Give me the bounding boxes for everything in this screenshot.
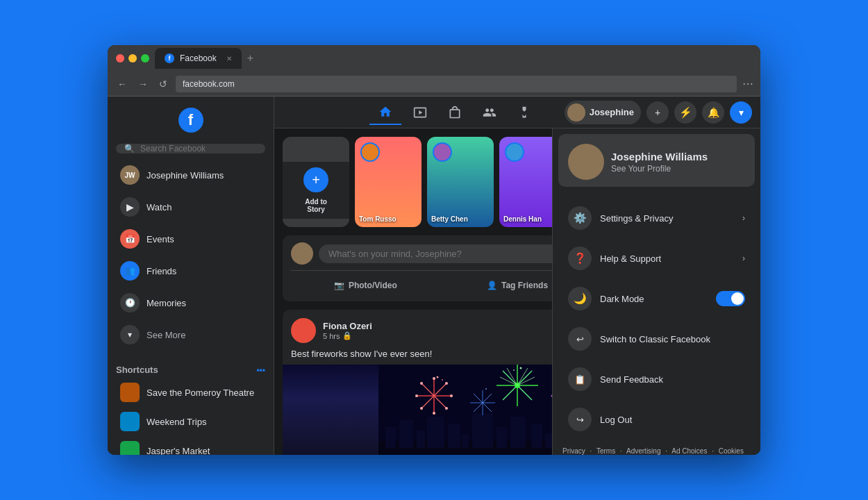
dark-mode-toggle[interactable] (716, 291, 745, 306)
footer-dot-2: · (620, 447, 622, 455)
shortcuts-header: Shortcuts ••• (108, 359, 274, 378)
refresh-button[interactable]: ↺ (156, 78, 170, 90)
search-bar[interactable]: 🔍 (116, 144, 265, 153)
back-button[interactable]: ← (115, 78, 130, 90)
maximize-button[interactable] (141, 54, 149, 62)
svg-rect-3 (385, 427, 396, 448)
svg-point-28 (433, 377, 435, 380)
watch-icon: ▶ (120, 197, 140, 217)
tag-friends-icon: 👤 (487, 281, 497, 290)
dropdown-user-avatar (568, 144, 604, 180)
shortcut-jaspers-market[interactable]: Jasper's Market (112, 437, 269, 455)
footer-dot-1: · (590, 447, 592, 455)
sidebar-events-label: Events (147, 234, 174, 244)
svg-rect-10 (496, 427, 507, 448)
footer-terms[interactable]: Terms (596, 447, 615, 455)
dropdown-log-out[interactable]: ↪ Log Out (558, 401, 755, 438)
story-avatar-tom (360, 142, 380, 162)
forward-button[interactable]: → (135, 78, 151, 90)
nav-dropdown-icon: ▾ (739, 107, 744, 118)
nav-gaming-button[interactable] (508, 100, 540, 125)
nav-messenger-button[interactable]: ⚡ (674, 101, 696, 124)
memories-icon: 🕐 (120, 293, 140, 312)
dark-mode-label: Dark Mode (600, 294, 708, 304)
footer-advertising[interactable]: Advertising (626, 447, 660, 455)
svg-point-30 (450, 394, 453, 397)
post-author-name: Fiona Ozeri (323, 321, 372, 331)
search-input[interactable] (140, 144, 257, 153)
story-card-tom[interactable]: Tom Russo (355, 137, 422, 227)
see-more-label-1: See More (147, 330, 185, 340)
svg-rect-12 (531, 424, 542, 448)
sidebar-item-watch[interactable]: ▶ Watch (112, 192, 269, 222)
dropdown-see-profile: See Your Profile (611, 164, 708, 174)
sidebar-item-friends[interactable]: 👥 Friends (112, 256, 269, 286)
footer-privacy[interactable]: Privacy (562, 447, 585, 455)
sidebar-item-events[interactable]: 📅 Events (112, 224, 269, 254)
photo-video-button[interactable]: 📷 Photo/Video (291, 276, 440, 294)
fb-logo-circle: f (178, 108, 203, 133)
minimize-button[interactable] (128, 54, 137, 62)
dropdown-profile-info: Josephine Williams See Your Profile (611, 151, 708, 174)
nav-messenger-icon: ⚡ (679, 106, 692, 119)
post-author-avatar (291, 318, 316, 343)
story-avatar-dennis (505, 142, 524, 162)
footer-adchoices[interactable]: Ad Choices (671, 447, 707, 455)
sidebar-watch-label: Watch (147, 202, 172, 212)
dropdown-help-support[interactable]: ❓ Help & Support › (558, 240, 755, 277)
nav-groups-button[interactable] (474, 100, 506, 125)
left-sidebar: f 🔍 JW Josephine Williams ▶ Watch 📅 Even… (108, 97, 274, 455)
tab-close-icon[interactable]: ✕ (226, 55, 232, 62)
story-card-betty[interactable]: Betty Chen (427, 137, 494, 227)
tab-favicon: f (165, 53, 174, 63)
post-time: 5 hrs (323, 332, 340, 340)
add-story-btn[interactable]: + (303, 167, 328, 192)
nav-icons (345, 100, 565, 125)
svg-rect-11 (510, 417, 526, 448)
svg-rect-5 (417, 431, 425, 448)
close-button[interactable] (116, 54, 124, 62)
classic-icon: ↩ (568, 327, 592, 351)
url-input[interactable] (176, 76, 737, 92)
dropdown-classic-facebook[interactable]: ↩ Switch to Classic Facebook (558, 320, 755, 358)
browser-more-icon[interactable]: ⋯ (742, 77, 753, 90)
active-tab[interactable]: f Facebook ✕ (155, 48, 242, 69)
shortcut-label-2: Weekend Trips (147, 417, 206, 427)
shortcuts-label: Shortcuts (116, 365, 158, 375)
svg-rect-7 (448, 424, 460, 448)
shortcut-save-pomeroy[interactable]: Save the Pomeroy Theatre (112, 378, 269, 406)
events-icon: 📅 (120, 229, 140, 249)
dropdown-dark-mode[interactable]: 🌙 Dark Mode (558, 280, 755, 317)
new-tab-button[interactable]: + (244, 52, 256, 65)
nav-user-chip[interactable]: Josephine (565, 101, 641, 124)
nav-marketplace-button[interactable] (439, 100, 471, 125)
add-story-card[interactable]: + Add toStory (283, 137, 349, 227)
see-more-button-1[interactable]: ▾ See More (112, 319, 269, 350)
fb-logo: f (108, 102, 274, 138)
footer-cookies[interactable]: Cookies (719, 447, 744, 455)
nav-bell-button[interactable]: 🔔 (702, 101, 724, 124)
nav-home-button[interactable] (369, 100, 401, 125)
svg-point-35 (420, 382, 423, 385)
sidebar-memories-label: Memories (147, 298, 186, 308)
dropdown-profile[interactable]: Josephine Williams See Your Profile (558, 134, 755, 187)
shortcut-label-1: Save the Pomeroy Theatre (147, 388, 254, 398)
help-chevron-icon: › (742, 253, 745, 263)
svg-point-73 (513, 369, 515, 371)
nav-dropdown-button[interactable]: ▾ (730, 101, 752, 124)
nav-add-button[interactable]: + (646, 101, 669, 124)
log-out-label: Log Out (600, 415, 745, 425)
footer-dot-4: · (712, 447, 714, 455)
shortcuts-edit-button[interactable]: ••• (256, 365, 265, 375)
shortcut-thumb-2 (120, 412, 140, 431)
dropdown-send-feedback[interactable]: 📋 Send Feedback (558, 360, 755, 398)
post-meta: 5 hrs 🔒 (323, 331, 372, 340)
dark-mode-icon: 🌙 (568, 287, 592, 310)
sidebar-item-user[interactable]: JW Josephine Williams (112, 160, 269, 190)
nav-watch-button[interactable] (404, 100, 436, 125)
send-feedback-label: Send Feedback (600, 374, 745, 385)
sidebar-item-memories[interactable]: 🕐 Memories (112, 288, 269, 318)
dropdown-settings-privacy[interactable]: ⚙️ Settings & Privacy › (558, 199, 755, 237)
shortcut-weekend-trips[interactable]: Weekend Trips (112, 408, 269, 435)
help-icon: ❓ (568, 247, 592, 270)
